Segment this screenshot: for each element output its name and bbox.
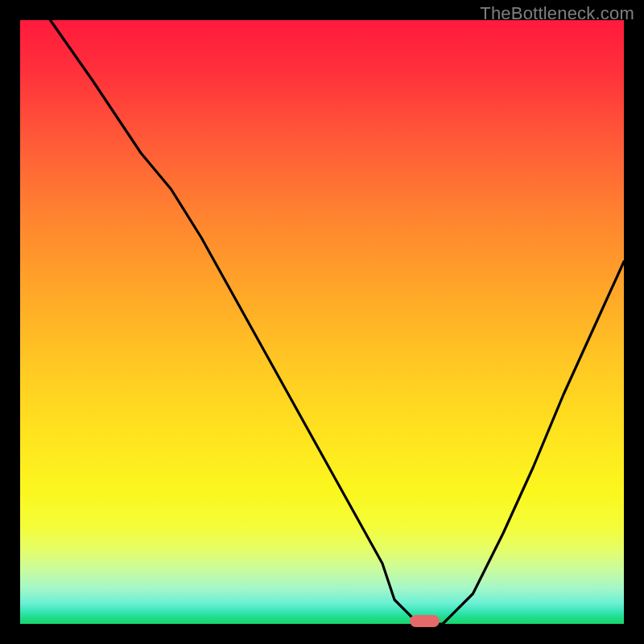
watermark-text: TheBottleneck.com <box>480 3 634 24</box>
optimum-marker <box>410 615 440 627</box>
plot-area <box>20 20 624 624</box>
bottleneck-curve <box>20 20 624 624</box>
chart-frame: TheBottleneck.com <box>0 0 644 644</box>
